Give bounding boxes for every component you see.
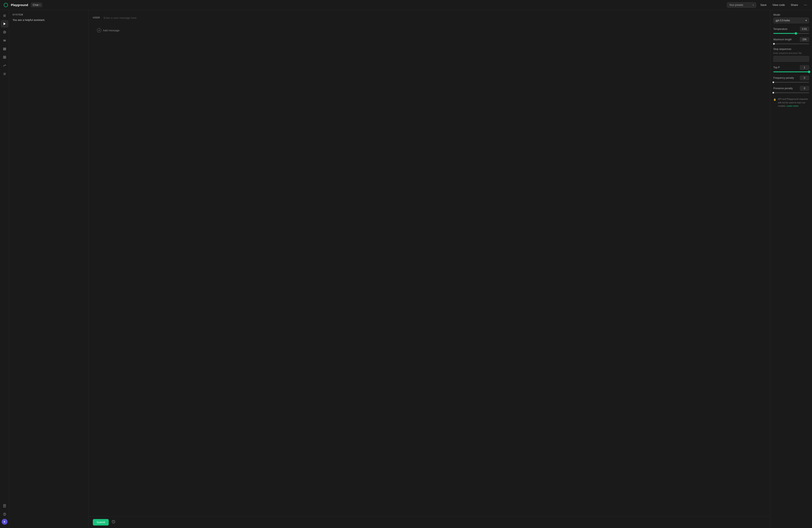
lock-icon: 🔒 [773,98,776,108]
max-length-slider[interactable] [773,43,809,44]
main-layout: ⊞ A [0,10,812,528]
sidebar-item-help[interactable] [1,511,9,518]
top-p-label: Top P [773,66,780,69]
logo-icon [3,2,9,7]
stop-sequences-label: Stop sequences [773,48,809,50]
sidebar-item-home[interactable]: ⊞ [1,12,9,19]
freq-penalty-value: 0 [800,76,809,80]
presence-penalty-row: Presence penalty 0 [773,86,809,91]
presence-penalty-slider[interactable] [773,92,809,93]
presence-penalty-thumb[interactable] [772,92,774,94]
chevron-down-icon: ▾ [39,4,40,6]
system-panel: SYSTEM You are a helpful assistant. [9,10,89,528]
add-message-icon: + [97,28,101,32]
user-message-row: USER [93,13,766,27]
content-area: SYSTEM You are a helpful assistant. USER… [9,10,812,528]
svg-marker-0 [3,22,6,25]
sidebar-item-finetuning[interactable] [1,37,9,44]
top-p-value: 1 [800,65,809,70]
sidebar-item-analytics[interactable] [1,62,9,69]
freq-penalty-row: Frequency penalty 0 [773,76,809,80]
stop-sequences-hint: Enter sequence and press Tab [773,52,809,55]
presence-penalty-group: Presence penalty 0 [773,86,809,93]
temperature-fill [773,33,796,34]
avatar[interactable]: A [2,519,8,525]
model-select[interactable]: gpt-3.5-turbo ▾ [773,17,809,24]
add-message-row[interactable]: + Add message [93,27,766,34]
history-button[interactable] [111,519,116,526]
svg-rect-11 [3,58,4,59]
freq-penalty-group: Frequency penalty 0 [773,76,809,83]
chevron-down-icon: ▾ [806,19,807,22]
sidebar: ⊞ A [0,10,9,528]
sidebar-item-storage[interactable] [1,45,9,52]
top-p-thumb[interactable] [808,71,810,73]
sidebar-item-assistants[interactable] [1,28,9,36]
svg-rect-12 [5,58,6,59]
user-message-input[interactable] [104,16,766,24]
stop-sequences-input[interactable] [773,56,809,62]
temperature-value: 0.91 [800,27,809,31]
chat-bottom-bar: Submit [89,516,770,528]
sidebar-bottom: A [1,502,9,526]
max-length-group: Maximum length 256 [773,37,809,44]
top-p-row: Top P 1 [773,65,809,70]
submit-button[interactable]: Submit [93,519,109,526]
svg-rect-9 [3,56,4,57]
top-p-fill [773,72,809,72]
sidebar-item-settings[interactable] [1,70,9,78]
topbar: Playground Chat ▾ Your presets ▾ Save Vi… [0,0,812,10]
svg-rect-8 [3,49,6,50]
presence-penalty-label: Presence penalty [773,87,793,90]
chevron-down-icon: ▾ [753,3,754,6]
svg-rect-7 [3,49,6,49]
max-length-label: Maximum length [773,38,792,41]
view-code-button[interactable]: View code [771,2,787,7]
topbar-right: Your presets ▾ Save View code Share ··· [727,2,809,8]
stop-sequences-group: Stop sequences Enter sequence and press … [773,48,809,62]
temperature-row: Temperature 0.91 [773,27,809,31]
system-text[interactable]: You are a helpful assistant. [13,18,85,22]
sidebar-item-deployments[interactable] [1,54,9,61]
svg-point-2 [4,32,5,33]
freq-penalty-label: Frequency penalty [773,76,794,79]
settings-panel: Model gpt-3.5-turbo ▾ Temperature 0.91 [770,10,812,528]
share-button[interactable]: Share [789,2,800,7]
temperature-thumb[interactable] [795,32,797,35]
model-value: gpt-3.5-turbo [775,19,790,22]
more-options-button[interactable]: ··· [802,2,809,7]
system-label: SYSTEM [13,13,85,16]
save-button[interactable]: Save [759,2,768,7]
user-role-label: USER [93,16,101,19]
model-label: Model [773,13,809,16]
svg-rect-6 [3,48,6,48]
temperature-label: Temperature [773,28,787,30]
learn-more-link[interactable]: Learn more [787,105,798,107]
add-message-label: Add message [103,29,120,32]
chat-messages: USER + Add message [89,10,770,516]
presence-penalty-value: 0 [800,86,809,91]
presets-label: Your presets [729,3,743,6]
model-group: Model gpt-3.5-turbo ▾ [773,13,809,24]
privacy-text: API and Playground requests will not be … [778,97,809,108]
sidebar-item-playground[interactable] [1,20,9,28]
top-p-group: Top P 1 [773,65,809,72]
sidebar-item-docs[interactable] [1,502,9,510]
svg-point-3 [3,40,4,40]
max-length-row: Maximum length 256 [773,37,809,42]
svg-point-13 [4,74,5,75]
privacy-note: 🔒 API and Playground requests will not b… [773,97,809,108]
page-title: Playground [11,3,28,7]
mode-label: Chat [33,3,39,6]
mode-selector[interactable]: Chat ▾ [31,2,42,7]
max-length-thumb[interactable] [773,43,775,45]
freq-penalty-slider[interactable] [773,82,809,83]
presets-dropdown[interactable]: Your presets ▾ [727,2,756,8]
svg-point-5 [4,41,4,42]
temperature-group: Temperature 0.91 [773,27,809,34]
top-p-slider[interactable] [773,72,809,72]
temperature-slider[interactable] [773,33,809,34]
freq-penalty-thumb[interactable] [772,81,774,83]
chat-panel: USER + Add message Submit [89,10,770,528]
svg-point-4 [4,40,5,41]
